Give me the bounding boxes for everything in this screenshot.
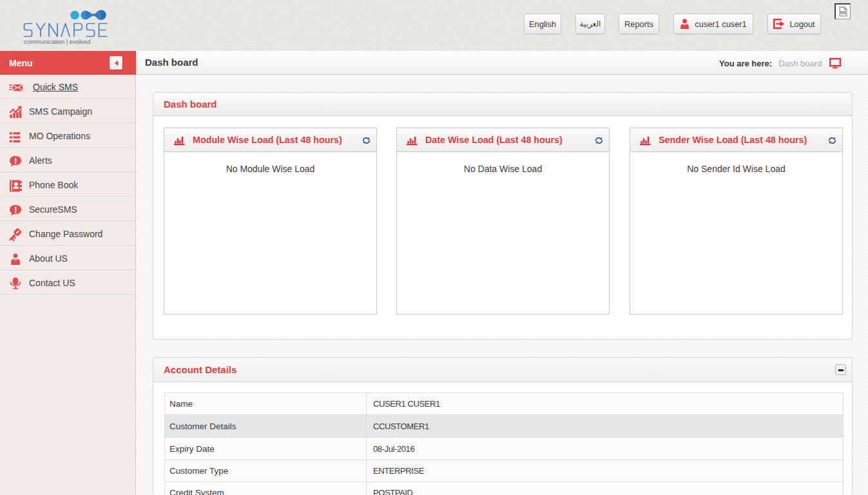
svg-text:communication | evolved: communication | evolved: [24, 38, 90, 45]
